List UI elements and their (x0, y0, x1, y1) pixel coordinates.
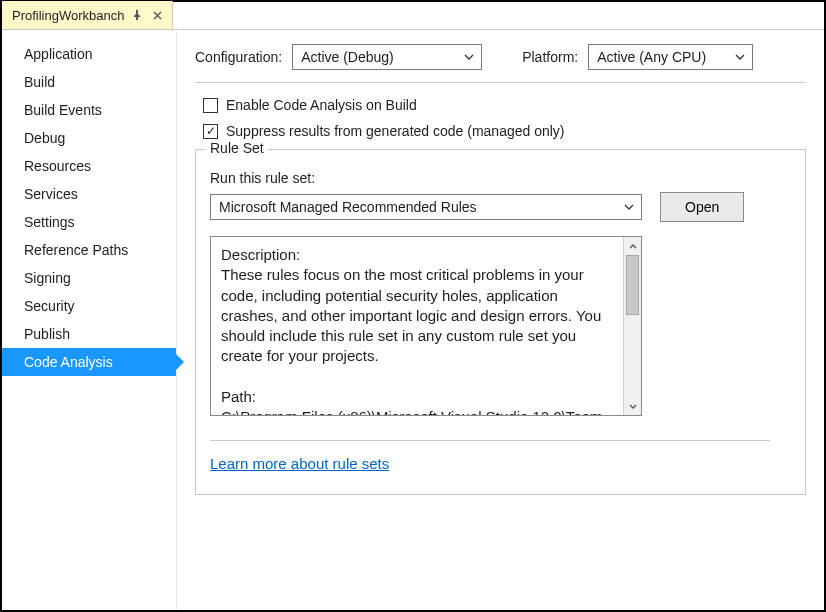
sidebar-item-application[interactable]: Application (2, 40, 176, 68)
close-icon[interactable] (150, 8, 164, 22)
sidebar-item-label: Build (24, 74, 55, 90)
sidebar-item-label: Settings (24, 214, 75, 230)
rule-set-select[interactable]: Microsoft Managed Recommended Rules (210, 194, 642, 220)
sidebar-item-settings[interactable]: Settings (2, 208, 176, 236)
config-row: Configuration: Active (Debug) Platform: … (195, 44, 806, 83)
enable-code-analysis-label: Enable Code Analysis on Build (226, 97, 417, 113)
properties-sidebar: Application Build Build Events Debug Res… (2, 30, 177, 610)
rule-set-legend: Rule Set (206, 140, 268, 156)
tab-profiling-workbench[interactable]: ProfilingWorkbanch (2, 1, 173, 29)
enable-code-analysis-row: Enable Code Analysis on Build (203, 97, 806, 113)
scroll-down-icon[interactable] (624, 397, 641, 415)
sidebar-item-build[interactable]: Build (2, 68, 176, 96)
configuration-select[interactable]: Active (Debug) (292, 44, 482, 70)
suppress-results-checkbox[interactable] (203, 124, 218, 139)
content-panel: Configuration: Active (Debug) Platform: … (177, 30, 824, 610)
sidebar-item-label: Application (24, 46, 93, 62)
sidebar-item-services[interactable]: Services (2, 180, 176, 208)
scrollbar-thumb[interactable] (626, 255, 639, 315)
chevron-down-icon (461, 49, 477, 65)
rule-set-value: Microsoft Managed Recommended Rules (219, 199, 477, 215)
sidebar-item-reference-paths[interactable]: Reference Paths (2, 236, 176, 264)
chevron-down-icon (732, 49, 748, 65)
sidebar-item-label: Services (24, 186, 78, 202)
tab-title: ProfilingWorkbanch (12, 8, 124, 23)
description-scrollbar[interactable] (623, 237, 641, 415)
sidebar-item-signing[interactable]: Signing (2, 264, 176, 292)
sidebar-item-build-events[interactable]: Build Events (2, 96, 176, 124)
platform-label: Platform: (522, 49, 578, 65)
sidebar-item-debug[interactable]: Debug (2, 124, 176, 152)
enable-code-analysis-checkbox[interactable] (203, 98, 218, 113)
sidebar-item-label: Debug (24, 130, 65, 146)
rule-set-group: Rule Set Run this rule set: Microsoft Ma… (195, 149, 806, 495)
suppress-results-row: Suppress results from generated code (ma… (203, 123, 806, 139)
open-button[interactable]: Open (660, 192, 744, 222)
run-rule-set-label: Run this rule set: (210, 170, 791, 186)
path-label: Path: (221, 388, 256, 405)
description-label: Description: (221, 246, 300, 263)
configuration-value: Active (Debug) (301, 49, 394, 65)
sidebar-item-label: Reference Paths (24, 242, 128, 258)
description-text: Description: These rules focus on the mo… (211, 237, 623, 415)
path-value: C:\Program Files (x86)\Microsoft Visual … (221, 408, 603, 415)
description-box: Description: These rules focus on the mo… (210, 236, 642, 416)
configuration-label: Configuration: (195, 49, 282, 65)
sidebar-item-publish[interactable]: Publish (2, 320, 176, 348)
sidebar-item-label: Build Events (24, 102, 102, 118)
sidebar-item-label: Code Analysis (24, 354, 113, 370)
chevron-down-icon (621, 199, 637, 215)
platform-value: Active (Any CPU) (597, 49, 706, 65)
divider (210, 440, 770, 441)
sidebar-item-label: Signing (24, 270, 71, 286)
sidebar-item-resources[interactable]: Resources (2, 152, 176, 180)
description-body: These rules focus on the most critical p… (221, 266, 601, 364)
sidebar-item-label: Security (24, 298, 75, 314)
scroll-up-icon[interactable] (624, 237, 641, 255)
learn-more-link[interactable]: Learn more about rule sets (210, 455, 389, 472)
suppress-results-label: Suppress results from generated code (ma… (226, 123, 565, 139)
sidebar-item-security[interactable]: Security (2, 292, 176, 320)
sidebar-item-label: Publish (24, 326, 70, 342)
tab-bar: ProfilingWorkbanch (2, 2, 824, 30)
pin-icon[interactable] (130, 8, 144, 22)
platform-select[interactable]: Active (Any CPU) (588, 44, 753, 70)
sidebar-item-label: Resources (24, 158, 91, 174)
sidebar-item-code-analysis[interactable]: Code Analysis (2, 348, 176, 376)
